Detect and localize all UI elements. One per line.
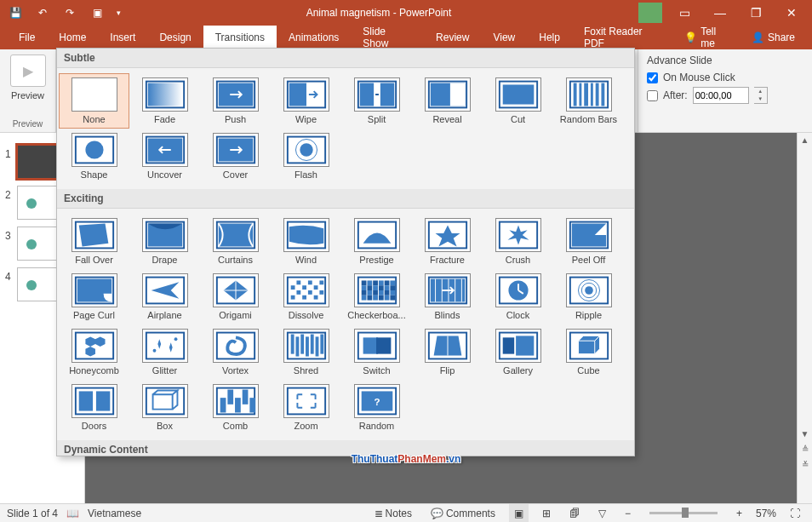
transition-uncover[interactable]: Uncover bbox=[129, 129, 200, 184]
svg-rect-12 bbox=[380, 83, 393, 106]
transition-prestige[interactable]: Prestige bbox=[341, 214, 412, 269]
transition-origami[interactable]: Origami bbox=[200, 269, 271, 324]
cube-icon bbox=[566, 329, 612, 363]
reading-view-button[interactable]: 🗐 bbox=[564, 504, 585, 523]
tab-view[interactable]: View bbox=[481, 26, 527, 49]
zoom-slider[interactable] bbox=[649, 512, 718, 514]
transition-wipe[interactable]: Wipe bbox=[271, 73, 341, 129]
tab-insert[interactable]: Insert bbox=[98, 26, 147, 49]
comments-button[interactable]: 💬 Comments bbox=[426, 504, 500, 523]
blinds-icon bbox=[425, 273, 471, 307]
transition-box[interactable]: Box bbox=[129, 380, 200, 435]
svg-rect-92 bbox=[373, 285, 378, 290]
start-slideshow-button[interactable]: ▣ bbox=[85, 3, 109, 23]
svg-rect-97 bbox=[378, 290, 383, 295]
transition-shred[interactable]: Shred bbox=[271, 324, 341, 380]
svg-point-30 bbox=[85, 141, 103, 158]
transition-switch[interactable]: Switch bbox=[341, 324, 412, 380]
scroll-down[interactable]: ▼ bbox=[798, 427, 812, 442]
tab-help[interactable]: Help bbox=[527, 26, 572, 49]
transition-none[interactable]: None bbox=[59, 73, 129, 129]
transition-comb[interactable]: Comb bbox=[200, 380, 271, 435]
after-checkbox[interactable] bbox=[647, 90, 658, 101]
undo-button[interactable]: ↶ bbox=[31, 3, 54, 23]
next-slide-button[interactable]: ≚ bbox=[798, 457, 812, 473]
share-button[interactable]: 👤Share bbox=[741, 26, 805, 49]
tab-file[interactable]: File bbox=[7, 26, 47, 49]
transition-airplane[interactable]: Airplane bbox=[129, 269, 200, 324]
svg-rect-95 bbox=[378, 280, 383, 285]
tab-animations[interactable]: Animations bbox=[277, 26, 351, 49]
restore-button[interactable]: ❐ bbox=[739, 3, 773, 23]
transition-honeycomb[interactable]: Honeycomb bbox=[59, 324, 129, 380]
fit-to-window[interactable]: ⛶ bbox=[785, 504, 805, 523]
zoom-level[interactable]: 57% bbox=[756, 508, 776, 519]
svg-rect-72 bbox=[296, 290, 300, 295]
user-avatar[interactable] bbox=[638, 3, 662, 23]
tab-transitions[interactable]: Transitions bbox=[203, 26, 277, 49]
transition-label: Page Curl bbox=[60, 310, 129, 320]
clock-icon bbox=[495, 273, 541, 307]
transition-split[interactable]: Split bbox=[341, 73, 412, 129]
title-bar: 💾 ↶ ↷ ▣ ▾ Animal magnetism - PowerPoint … bbox=[0, 0, 812, 26]
tab-review[interactable]: Review bbox=[424, 26, 481, 49]
zoom-in[interactable]: + bbox=[731, 504, 747, 523]
transition-fall-over[interactable]: Fall Over bbox=[59, 214, 129, 269]
tab-foxit-reader-pdf[interactable]: Foxit Reader PDF bbox=[572, 26, 674, 49]
transition-page-curl[interactable]: Page Curl bbox=[59, 269, 129, 324]
transition-random-bars[interactable]: Random Bars bbox=[553, 73, 624, 129]
transition-vortex[interactable]: Vortex bbox=[200, 324, 271, 380]
transition-cover[interactable]: Cover bbox=[200, 129, 271, 184]
transition-random[interactable]: ?Random bbox=[341, 380, 412, 435]
transition-glitter[interactable]: Glitter bbox=[129, 324, 200, 380]
transition-doors[interactable]: Doors bbox=[59, 380, 129, 435]
ribbon-display-options[interactable]: ▭ bbox=[667, 3, 701, 23]
transition-fade[interactable]: Fade bbox=[129, 73, 200, 129]
transition-flip[interactable]: Flip bbox=[412, 324, 483, 380]
preview-button[interactable]: ▶ bbox=[10, 54, 46, 87]
slide-counter[interactable]: Slide 1 of 4 bbox=[7, 508, 58, 519]
save-button[interactable]: 💾 bbox=[3, 3, 27, 23]
minimize-button[interactable]: — bbox=[703, 3, 737, 23]
transition-zoom[interactable]: Zoom bbox=[271, 380, 341, 435]
drape-icon bbox=[142, 218, 188, 252]
transition-push[interactable]: Push bbox=[200, 73, 271, 129]
normal-view-button[interactable]: ▣ bbox=[509, 504, 529, 523]
transition-drape[interactable]: Drape bbox=[129, 214, 200, 269]
on-mouse-click-checkbox[interactable] bbox=[647, 72, 658, 83]
slide-sorter-button[interactable]: ⊞ bbox=[537, 504, 556, 523]
prev-slide-button[interactable]: ≜ bbox=[798, 442, 812, 457]
after-time-input[interactable] bbox=[693, 87, 749, 104]
transition-peel-off[interactable]: Peel Off bbox=[553, 214, 624, 269]
transition-curtains[interactable]: Curtains bbox=[200, 214, 271, 269]
transition-fracture[interactable]: Fracture bbox=[412, 214, 483, 269]
zoom-out[interactable]: − bbox=[620, 504, 636, 523]
language-indicator[interactable]: Vietnamese bbox=[88, 508, 141, 519]
transition-shape[interactable]: Shape bbox=[59, 129, 129, 184]
qat-customize[interactable]: ▾ bbox=[112, 3, 124, 23]
spell-check-icon[interactable]: 📖 bbox=[66, 508, 79, 519]
close-button[interactable]: ✕ bbox=[775, 3, 809, 23]
redo-button[interactable]: ↷ bbox=[58, 3, 82, 23]
transition-dissolve[interactable]: Dissolve bbox=[271, 269, 341, 324]
tell-me-button[interactable]: 💡Tell me bbox=[674, 26, 741, 49]
scroll-up[interactable]: ▲ bbox=[798, 133, 812, 148]
transition-wind[interactable]: Wind bbox=[271, 214, 341, 269]
transition-flash[interactable]: Flash bbox=[271, 129, 341, 184]
transition-crush[interactable]: Crush bbox=[483, 214, 553, 269]
transition-cube[interactable]: Cube bbox=[553, 324, 624, 380]
tab-home[interactable]: Home bbox=[47, 26, 98, 49]
transition-reveal[interactable]: Reveal bbox=[412, 73, 483, 129]
tab-design[interactable]: Design bbox=[147, 26, 203, 49]
transition-ripple[interactable]: Ripple bbox=[553, 269, 624, 324]
transition-gallery[interactable]: Gallery bbox=[483, 324, 553, 380]
vertical-scrollbar[interactable]: ▲ ▼ ≜ ≚ bbox=[797, 133, 812, 503]
transition-checkerboard[interactable]: Checkerboa... bbox=[341, 269, 412, 324]
tab-slide-show[interactable]: Slide Show bbox=[351, 26, 424, 49]
transition-clock[interactable]: Clock bbox=[483, 269, 553, 324]
transition-blinds[interactable]: Blinds bbox=[412, 269, 483, 324]
notes-button[interactable]: ≣ Notes bbox=[369, 504, 417, 523]
after-time-spinner[interactable]: ▲▼ bbox=[754, 87, 768, 104]
transition-cut[interactable]: Cut bbox=[483, 73, 553, 129]
slideshow-button[interactable]: ▽ bbox=[593, 504, 611, 523]
